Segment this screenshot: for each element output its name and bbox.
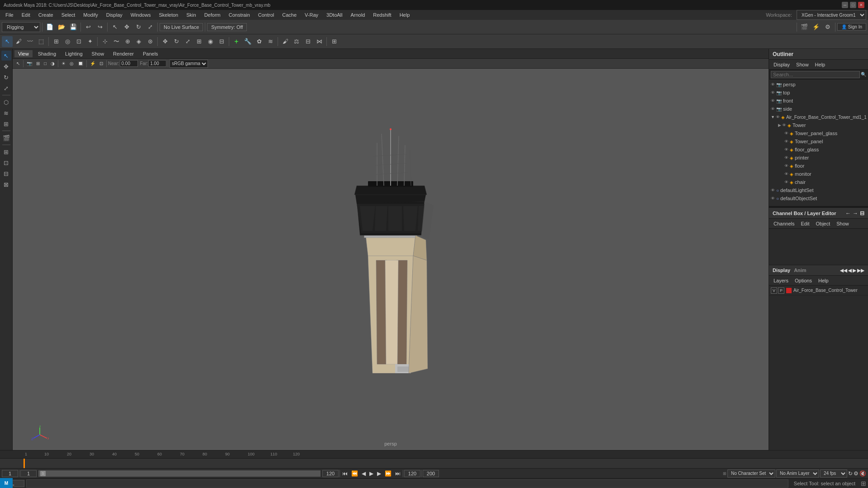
- groom-icon[interactable]: ≋: [265, 36, 276, 47]
- cb-tab-show[interactable]: Show: [834, 220, 852, 227]
- grid-left-icon[interactable]: ⊞: [1, 147, 11, 157]
- ol-item-persp[interactable]: 👁 📷 persp: [769, 80, 868, 89]
- menu-item-display[interactable]: Display: [103, 11, 126, 19]
- tab-panels[interactable]: Panels: [139, 50, 162, 57]
- nurbs-left-icon[interactable]: ≋: [1, 108, 11, 118]
- group2-left-icon[interactable]: ⊟: [1, 169, 11, 178]
- dp-icon-next[interactable]: ▶: [853, 268, 856, 273]
- vp-camera-icon[interactable]: 📷: [25, 61, 34, 66]
- ipr-render-icon[interactable]: ⚡: [811, 22, 821, 33]
- menu-item-skeleton[interactable]: Skeleton: [155, 11, 182, 19]
- vp-render-icon[interactable]: ⚡: [88, 61, 97, 66]
- menu-item-help[interactable]: Help: [396, 11, 414, 19]
- ol-item-floor-glass[interactable]: 👁 ◈ floor_glass: [769, 145, 868, 154]
- range-end-input[interactable]: [322, 470, 339, 477]
- play-button[interactable]: ▶: [368, 470, 375, 477]
- mute-icon[interactable]: 🔇: [859, 470, 866, 477]
- new-scene-icon[interactable]: 📄: [44, 22, 55, 33]
- play-prev-frame-button[interactable]: ◀: [360, 470, 367, 477]
- symmetry-button[interactable]: Symmetry: Off: [207, 23, 247, 31]
- undo-icon[interactable]: ↩: [83, 22, 94, 33]
- rotate-tool2-icon[interactable]: ↻: [171, 36, 182, 47]
- range-indicator[interactable]: 1: [38, 470, 321, 477]
- layer-v-button[interactable]: V: [771, 287, 777, 294]
- range-start-input[interactable]: [20, 470, 37, 477]
- ol-item-printer[interactable]: 👁 ◈ printer: [769, 154, 868, 162]
- ol-item-default-object-set[interactable]: 👁 ○ defaultObjectSet: [769, 194, 868, 202]
- settings-icon[interactable]: ⚙: [854, 470, 859, 477]
- tab-renderer[interactable]: Renderer: [109, 50, 137, 57]
- play-next-button[interactable]: ⏩: [383, 470, 393, 477]
- transform-icon[interactable]: ⊞: [51, 36, 61, 47]
- maximize-button[interactable]: □: [850, 2, 856, 8]
- vp-light1-icon[interactable]: ☀: [60, 61, 67, 66]
- select-tool-icon[interactable]: ↖: [109, 22, 120, 33]
- play-next-frame-button[interactable]: ▶: [376, 470, 382, 477]
- mirror-icon[interactable]: ⊟: [302, 36, 313, 47]
- sign-in-button[interactable]: 👤 Sign In: [837, 23, 866, 31]
- save-scene-icon[interactable]: 💾: [68, 22, 79, 33]
- ol-item-tower-panel-glass[interactable]: 👁 ◈ Tower_panel_glass: [769, 129, 868, 137]
- cb-icon-3[interactable]: ⊟: [860, 210, 864, 216]
- play-first-button[interactable]: ⏮: [341, 470, 349, 477]
- anim-max-input[interactable]: [423, 470, 439, 477]
- vp-near-input[interactable]: [120, 60, 138, 67]
- layer-item-tower[interactable]: V P Air_Force_Base_Control_Tower: [769, 286, 868, 296]
- workspace-dropdown[interactable]: XGen - Interactive Groom1: [797, 10, 866, 20]
- timeline-scrubber[interactable]: [0, 459, 868, 468]
- snap-grid-icon[interactable]: ⊹: [99, 36, 110, 47]
- menu-item-create[interactable]: Create: [35, 11, 57, 19]
- tab-show-outliner[interactable]: Show: [793, 61, 811, 68]
- soft-mod-icon[interactable]: ◎: [62, 36, 73, 47]
- cb-icon-2[interactable]: →: [853, 210, 858, 216]
- paint-skin-icon[interactable]: 🖌: [280, 36, 291, 47]
- menu-item-file[interactable]: File: [2, 11, 17, 19]
- rigging-dropdown[interactable]: Rigging Modeling Rigging Animation FX Re…: [2, 22, 40, 32]
- paint-select-icon[interactable]: 🖌: [13, 36, 24, 47]
- character-set-select[interactable]: No Character Set: [727, 469, 775, 478]
- extra1-icon[interactable]: ⊞: [329, 36, 340, 47]
- menu-item-skin[interactable]: Skin: [183, 11, 199, 19]
- dp-icon-next2[interactable]: ▶▶: [857, 268, 864, 273]
- rotate-tool-icon[interactable]: ↻: [133, 22, 144, 33]
- ol-item-floor[interactable]: 👁 ◈ floor: [769, 162, 868, 170]
- select-left-icon[interactable]: ↖: [1, 51, 11, 61]
- deform2-icon[interactable]: ⋈: [314, 36, 325, 47]
- weight-icon[interactable]: ⚖: [291, 36, 302, 47]
- tab-lighting[interactable]: Lighting: [61, 50, 86, 57]
- vp-view-icon[interactable]: □: [42, 61, 48, 66]
- dp-tab-options[interactable]: Options: [792, 277, 815, 284]
- viewport-canvas[interactable]: persp X Y Z: [13, 69, 769, 450]
- plus-icon[interactable]: +: [231, 36, 242, 47]
- minimize-button[interactable]: ─: [842, 2, 848, 8]
- group3-left-icon[interactable]: ⊠: [1, 179, 11, 189]
- snap-point-icon[interactable]: ⊕: [122, 36, 133, 47]
- close-button[interactable]: ✕: [858, 2, 864, 8]
- ol-item-chair[interactable]: 👁 ◈ chair: [769, 178, 868, 186]
- play-last-button[interactable]: ⏭: [394, 470, 402, 477]
- cluster-icon[interactable]: ✦: [85, 36, 95, 47]
- ol-item-main-group[interactable]: ▼ 👁 ◈ Air_Force_Base_Control_Tower_md1_1: [769, 113, 868, 121]
- ol-item-front[interactable]: 👁 📷 front: [769, 97, 868, 105]
- cb-tab-channels[interactable]: Channels: [771, 220, 797, 227]
- marquee-icon[interactable]: ⬚: [36, 36, 47, 47]
- menu-item-deform[interactable]: Deform: [201, 11, 224, 19]
- layer-p-button[interactable]: P: [778, 287, 784, 294]
- snap-surface-icon[interactable]: ◈: [133, 36, 144, 47]
- tab-view[interactable]: View: [14, 50, 33, 57]
- play-prev-button[interactable]: ⏪: [350, 470, 359, 477]
- ol-item-top[interactable]: 👁 📷 top: [769, 89, 868, 97]
- select-mode-icon[interactable]: ↖: [2, 36, 13, 47]
- dp-tab-help[interactable]: Help: [816, 277, 831, 284]
- lattice-icon[interactable]: ⊡: [73, 36, 84, 47]
- menu-item-modify[interactable]: Modify: [80, 11, 101, 19]
- redo-icon[interactable]: ↪: [94, 22, 105, 33]
- anim-layer-select[interactable]: No Anim Layer: [776, 469, 819, 478]
- render-settings-icon[interactable]: ⚙: [822, 22, 833, 33]
- vp-persp-icon[interactable]: ⊞: [34, 61, 42, 66]
- anim-end-input[interactable]: [404, 470, 420, 477]
- tab-shading[interactable]: Shading: [34, 50, 60, 57]
- show-manip-icon[interactable]: ⊟: [216, 36, 227, 47]
- scale-left-icon[interactable]: ⤢: [1, 83, 11, 93]
- rotate-left-icon[interactable]: ↻: [1, 72, 11, 82]
